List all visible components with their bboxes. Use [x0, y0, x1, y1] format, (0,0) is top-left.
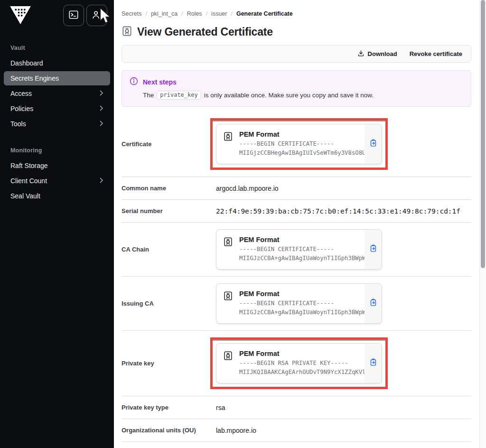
- sidebar-item-secrets-engines[interactable]: Secrets Engines: [4, 71, 110, 85]
- chevron-right-icon: [100, 90, 103, 97]
- pem-line-1: -----BEGIN CERTIFICATE-----: [239, 245, 360, 254]
- row-issuing-ca: Issuing CA PEM Format -----BEGIN CERTIFI…: [122, 277, 471, 331]
- pem-format-title: PEM Format: [239, 350, 360, 357]
- alert-body: The private_key is only available once. …: [143, 91, 463, 100]
- sidebar-item-access[interactable]: Access: [4, 86, 110, 101]
- breadcrumb-pki-int-ca[interactable]: pki_int_ca: [151, 10, 178, 17]
- chevron-right-icon: [100, 120, 103, 128]
- download-label: Download: [368, 50, 397, 57]
- page-header: View Generated Certificate: [122, 26, 471, 38]
- download-button[interactable]: Download: [357, 50, 397, 58]
- chevron-right-icon: [100, 105, 103, 112]
- alert-body-prefix: The: [143, 92, 154, 99]
- pem-format-title: PEM Format: [239, 236, 360, 243]
- breadcrumb-current: Generate Certificate: [236, 10, 293, 17]
- sidebar-item-label: Secrets Engines: [10, 75, 59, 82]
- copy-ca-chain-button[interactable]: [364, 230, 382, 269]
- breadcrumb: Secrets / pki_int_ca / Roles / issuer / …: [122, 7, 471, 18]
- sidebar: Vault Dashboard Secrets Engines Access P…: [0, 0, 114, 448]
- download-icon: [357, 50, 364, 58]
- row-ca-chain: CA Chain PEM Format -----BEGIN CERTIFICA…: [122, 223, 471, 277]
- toolbar: Download Revoke certificate: [122, 45, 471, 63]
- pem-card-certificate: PEM Format -----BEGIN CERTIFICATE----- M…: [216, 124, 382, 164]
- clipboard-copy-icon: [369, 299, 377, 308]
- info-icon: [130, 77, 138, 87]
- row-label: Common name: [122, 185, 216, 192]
- next-steps-alert: Next steps The private_key is only avail…: [122, 70, 471, 107]
- row-private-key: Private key PEM Format -----BEGIN RSA PR…: [122, 331, 471, 396]
- pem-card-issuing-ca: PEM Format -----BEGIN CERTIFICATE----- M…: [216, 283, 382, 324]
- sidebar-item-label: Policies: [10, 105, 33, 112]
- breadcrumb-separator: /: [206, 10, 207, 17]
- sidebar-item-client-count[interactable]: Client Count: [4, 174, 110, 188]
- nav-section-vault: Vault: [4, 40, 110, 55]
- revoke-label: Revoke certificate: [410, 50, 462, 57]
- clipboard-copy-icon: [369, 358, 377, 368]
- vertical-scrollbar[interactable]: [479, 0, 486, 448]
- chevron-right-icon: [100, 177, 103, 185]
- row-value: 22:f4:9e:59:39:ba:cb:75:7c:b0:ef:14:5c:3…: [216, 207, 460, 215]
- sidebar-item-label: Access: [10, 90, 32, 97]
- breadcrumb-roles[interactable]: Roles: [187, 10, 202, 17]
- annotation-box-certificate: PEM Format -----BEGIN CERTIFICATE----- M…: [210, 118, 388, 170]
- row-organization: Organization mpoore.io: [122, 442, 471, 448]
- sidebar-item-policies[interactable]: Policies: [4, 102, 110, 116]
- certificate-icon: [122, 26, 132, 38]
- row-certificate: Certificate PEM Format -----BEGIN CERTIF…: [122, 112, 471, 177]
- console-button[interactable]: [63, 5, 84, 26]
- row-label: Organizational units (OU): [122, 427, 216, 434]
- clipboard-copy-icon: [369, 139, 377, 149]
- breadcrumb-separator: /: [145, 10, 147, 17]
- terminal-icon: [68, 9, 79, 21]
- pem-card-private-key: PEM Format -----BEGIN RSA PRIVATE KEY---…: [216, 343, 382, 383]
- vault-logo-icon[interactable]: [9, 6, 31, 27]
- annotation-box-private-key: PEM Format -----BEGIN RSA PRIVATE KEY---…: [210, 337, 388, 389]
- sidebar-item-raft-storage[interactable]: Raft Storage: [4, 159, 110, 173]
- pem-line-1: -----BEGIN CERTIFICATE-----: [239, 299, 360, 308]
- sidebar-item-label: Dashboard: [10, 59, 43, 67]
- scrollbar-thumb[interactable]: [481, 0, 485, 268]
- pem-line-2: MIIJKQIBAAKCAgEArhOUDvT9N9YcX1ZZqKVl…: [239, 368, 360, 377]
- row-label: Private key: [122, 360, 216, 367]
- nav-spacer: [4, 132, 110, 142]
- sidebar-item-label: Raft Storage: [10, 162, 48, 169]
- breadcrumb-issuer[interactable]: issuer: [211, 10, 227, 17]
- certificate-icon: [216, 284, 233, 323]
- user-menu-button[interactable]: [86, 5, 107, 26]
- pem-format-title: PEM Format: [239, 290, 360, 298]
- private-key-code-chip: private_key: [157, 91, 201, 100]
- certificate-icon: [216, 344, 233, 383]
- person-icon: [92, 9, 102, 21]
- copy-certificate-button[interactable]: [364, 124, 382, 164]
- pem-line-2: MIIGJzCCBA+gAwIBAgIUaWoynT1IGph3BWpW…: [239, 308, 360, 317]
- copy-private-key-button[interactable]: [364, 344, 382, 383]
- sidebar-item-label: Tools: [10, 120, 26, 128]
- row-serial-number: Serial number 22:f4:9e:59:39:ba:cb:75:7c…: [122, 200, 471, 223]
- row-label: Private key type: [122, 404, 216, 411]
- pem-card-ca-chain: PEM Format -----BEGIN CERTIFICATE----- M…: [216, 229, 382, 270]
- alert-title: Next steps: [143, 78, 177, 86]
- sidebar-nav: Vault Dashboard Secrets Engines Access P…: [0, 32, 114, 203]
- nav-section-monitoring: Monitoring: [4, 142, 110, 158]
- revoke-certificate-button[interactable]: Revoke certificate: [410, 50, 462, 57]
- row-value: lab.mpoore.io: [216, 427, 256, 434]
- certificate-icon: [216, 124, 233, 164]
- row-private-key-type: Private key type rsa: [122, 396, 471, 419]
- row-label: CA Chain: [122, 246, 216, 253]
- main-content: Secrets / pki_int_ca / Roles / issuer / …: [114, 0, 486, 448]
- certificate-details: Certificate PEM Format -----BEGIN CERTIF…: [122, 112, 471, 448]
- sidebar-item-tools[interactable]: Tools: [4, 117, 110, 131]
- pem-line-1: -----BEGIN CERTIFICATE-----: [239, 140, 360, 149]
- row-label: Issuing CA: [122, 300, 216, 307]
- pem-line-2: MIIGjzCCBHegAwIBAgIUIvSeWTm6y3V8sO8U…: [239, 149, 360, 158]
- sidebar-top: [0, 0, 114, 32]
- sidebar-item-label: Seal Vault: [10, 192, 40, 200]
- vault-app-window: Vault Dashboard Secrets Engines Access P…: [0, 0, 486, 448]
- clipboard-copy-icon: [369, 244, 377, 254]
- sidebar-item-dashboard[interactable]: Dashboard: [4, 56, 110, 70]
- breadcrumb-secrets[interactable]: Secrets: [122, 10, 141, 17]
- page-title: View Generated Certificate: [137, 26, 273, 38]
- copy-issuing-ca-button[interactable]: [364, 284, 382, 323]
- row-label: Serial number: [122, 207, 216, 215]
- sidebar-item-seal-vault[interactable]: Seal Vault: [4, 189, 110, 203]
